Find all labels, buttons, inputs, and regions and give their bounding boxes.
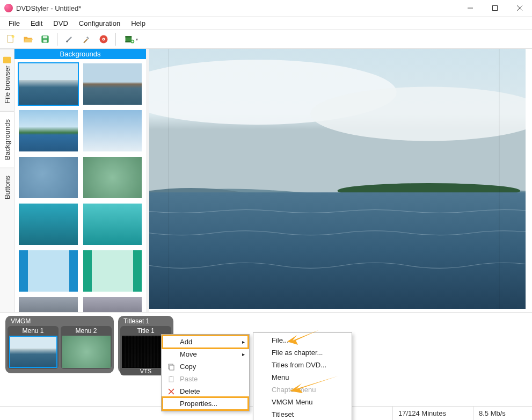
svg-marker-26 xyxy=(290,376,338,393)
menu-bar: File Edit DVD Configuration Help xyxy=(0,17,532,30)
toolbar: ▾ xyxy=(0,30,532,49)
bg-thumb[interactable] xyxy=(18,156,79,199)
chevron-right-icon: ▸ xyxy=(242,339,245,345)
svg-rect-22 xyxy=(170,365,174,370)
timeline-cell[interactable]: Menu 1 xyxy=(8,326,59,369)
ctx-add-file-as-chapter[interactable]: File as chapter... xyxy=(254,346,351,359)
preview-area[interactable] xyxy=(149,49,532,312)
delete-icon xyxy=(166,388,177,395)
title-bar: DVDStyler - Untitled* xyxy=(0,0,532,17)
svg-marker-25 xyxy=(287,330,319,345)
backgrounds-panel: Backgrounds xyxy=(14,49,146,312)
save-button[interactable] xyxy=(38,32,53,47)
close-button[interactable] xyxy=(507,0,532,17)
bg-thumb[interactable] xyxy=(18,202,79,246)
app-icon xyxy=(4,4,13,12)
chevron-down-icon: ▾ xyxy=(136,37,138,42)
bg-thumb[interactable] xyxy=(82,296,143,312)
tools-button[interactable] xyxy=(79,32,94,47)
ctx-add[interactable]: Add▸ xyxy=(163,336,248,348)
status-bitrate: 8.5 Mb/s xyxy=(473,407,532,420)
timeline-cell[interactable]: Menu 2 xyxy=(61,326,112,369)
menu-dvd[interactable]: DVD xyxy=(48,18,73,29)
copy-icon xyxy=(166,363,177,371)
open-button[interactable] xyxy=(20,32,35,47)
ctx-add-titleset[interactable]: Titleset xyxy=(254,408,351,420)
bg-thumb[interactable] xyxy=(18,249,79,293)
tab-backgrounds[interactable]: Backgrounds xyxy=(0,111,14,168)
bg-thumb[interactable] xyxy=(82,62,143,106)
menu-edit[interactable]: Edit xyxy=(25,18,48,29)
menu-configuration[interactable]: Configuration xyxy=(74,18,126,29)
bg-thumb[interactable] xyxy=(18,62,79,106)
svg-rect-5 xyxy=(43,40,47,42)
ctx-copy[interactable]: Copy xyxy=(163,360,248,373)
bg-thumb[interactable] xyxy=(82,202,143,246)
svg-rect-24 xyxy=(170,376,172,377)
svg-rect-11 xyxy=(126,36,132,38)
context-menu: Add▸ Move▸ Copy Paste Delete Properties.… xyxy=(161,334,250,411)
svg-point-2 xyxy=(12,35,14,38)
config-button[interactable] xyxy=(62,32,77,47)
tab-file-browser[interactable]: File browser xyxy=(0,49,14,111)
ctx-add-vmgm-menu[interactable]: VMGM Menu xyxy=(254,396,351,408)
backgrounds-grid[interactable] xyxy=(14,59,146,312)
svg-point-9 xyxy=(103,39,104,40)
chevron-right-icon: ▸ xyxy=(242,351,245,357)
side-tab-strip: File browser Backgrounds Buttons xyxy=(0,49,14,312)
svg-point-6 xyxy=(66,41,68,42)
bg-thumb[interactable] xyxy=(82,249,143,293)
bg-thumb[interactable] xyxy=(82,156,143,199)
backgrounds-header: Backgrounds xyxy=(14,49,146,59)
annotation-arrow xyxy=(287,330,319,346)
burn-button[interactable] xyxy=(96,32,111,47)
window-title: DVDStyler - Untitled* xyxy=(16,4,458,12)
ctx-properties[interactable]: Properties... xyxy=(163,397,248,410)
svg-rect-19 xyxy=(168,49,169,309)
menu-help[interactable]: Help xyxy=(126,18,151,29)
ctx-move[interactable]: Move▸ xyxy=(163,348,248,360)
bg-thumb[interactable] xyxy=(82,109,143,153)
ctx-paste: Paste xyxy=(163,373,248,385)
ctx-delete[interactable]: Delete xyxy=(163,385,248,397)
group-label: VMGM xyxy=(8,317,112,326)
maximize-button[interactable] xyxy=(483,0,507,17)
timeline-group-vmgm: VMGM Menu 1 Menu 2 xyxy=(5,316,114,373)
menu-canvas[interactable] xyxy=(149,49,526,309)
folder-icon xyxy=(3,57,11,63)
new-button[interactable] xyxy=(3,32,18,47)
paste-icon xyxy=(166,375,177,383)
menu-file[interactable]: File xyxy=(3,18,25,29)
ctx-add-titles-from-dvd[interactable]: Titles from DVD... xyxy=(254,359,351,371)
bg-thumb[interactable] xyxy=(18,109,79,153)
bg-thumb[interactable] xyxy=(18,296,79,312)
svg-rect-18 xyxy=(149,192,526,309)
svg-rect-4 xyxy=(43,36,47,38)
add-clip-button[interactable]: ▾ xyxy=(120,32,142,47)
annotation-arrow xyxy=(290,376,338,394)
svg-rect-20 xyxy=(499,49,500,309)
svg-rect-0 xyxy=(493,6,498,11)
group-label: Titleset 1 xyxy=(120,317,171,326)
minimize-button[interactable] xyxy=(458,0,483,17)
svg-rect-12 xyxy=(126,41,132,42)
svg-rect-23 xyxy=(169,376,173,382)
status-minutes: 17/124 Minutes xyxy=(392,407,473,420)
tab-buttons[interactable]: Buttons xyxy=(0,168,14,207)
